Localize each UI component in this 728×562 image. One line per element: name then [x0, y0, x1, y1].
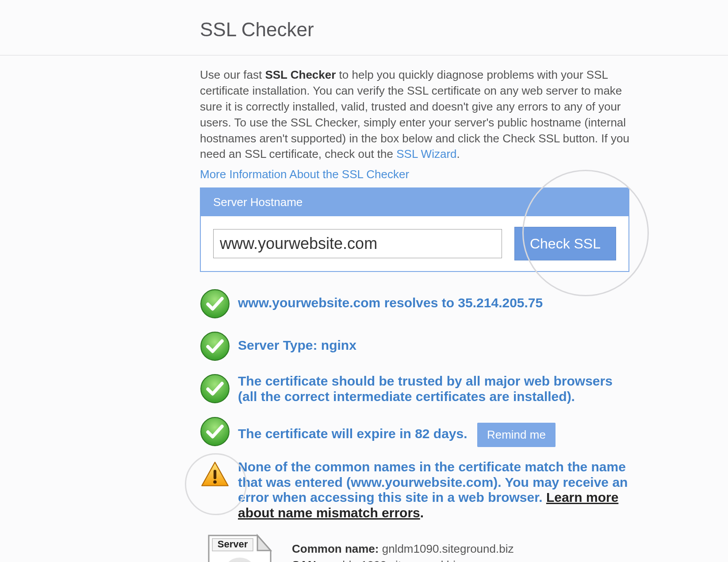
form-header: Server Hostname	[201, 188, 628, 216]
intro-strong: SSL Checker	[265, 68, 336, 81]
result-row-trusted: The certificate should be trusted by all…	[200, 374, 629, 404]
common-name-label: Common name:	[292, 542, 379, 555]
intro-text: Use our fast SSL Checker to help you qui…	[200, 67, 629, 162]
svg-point-1	[201, 332, 229, 360]
sans-value: gnldm1090.siteground.biz	[326, 558, 461, 562]
intro-suffix: .	[457, 147, 460, 161]
intro-body: to help you quickly diagnose problems wi…	[200, 68, 629, 161]
result-row-mismatch: None of the common names in the certific…	[200, 459, 629, 520]
sans-label: SANs:	[292, 558, 326, 562]
result-resolve-text: www.yourwebsite.com resolves to 35.214.2…	[238, 289, 629, 311]
check-ssl-button[interactable]: Check SSL	[514, 227, 616, 260]
warning-icon	[200, 459, 230, 489]
result-row-resolve: www.yourwebsite.com resolves to 35.214.2…	[200, 289, 629, 319]
svg-point-0	[201, 290, 229, 318]
result-trusted-text: The certificate should be trusted by all…	[238, 374, 629, 404]
more-info-link[interactable]: More Information About the SSL Checker	[200, 168, 409, 181]
server-cert-icon: Server	[200, 533, 280, 562]
svg-point-2	[201, 375, 229, 403]
check-icon	[200, 417, 230, 447]
mismatch-suffix: .	[420, 505, 424, 520]
results-list: www.yourwebsite.com resolves to 35.214.2…	[200, 289, 629, 562]
check-icon	[200, 331, 230, 361]
result-mismatch-text: None of the common names in the certific…	[238, 459, 629, 520]
server-cert-label: Server	[218, 539, 248, 550]
remind-me-button[interactable]: Remind me	[477, 423, 556, 447]
hostname-input[interactable]	[213, 229, 502, 258]
result-row-server-type: Server Type: nginx	[200, 331, 629, 361]
intro-prefix: Use our fast	[200, 68, 265, 81]
ssl-wizard-link[interactable]: SSL Wizard	[396, 147, 456, 161]
certificate-detail: Server	[200, 533, 629, 562]
check-icon	[200, 289, 230, 319]
result-expire-text: The certificate will expire in 82 days. …	[238, 417, 629, 447]
certificate-fields: Common name: gnldm1090.siteground.biz SA…	[292, 533, 603, 562]
page-title: SSL Checker	[200, 19, 629, 41]
svg-point-3	[201, 417, 229, 446]
result-expire-label: The certificate will expire in 82 days.	[238, 427, 467, 441]
svg-rect-4	[214, 470, 216, 479]
result-server-type-text: Server Type: nginx	[238, 331, 629, 353]
common-name-value: gnldm1090.siteground.biz	[379, 542, 513, 555]
hostname-form: Server Hostname Check SSL	[200, 187, 629, 272]
check-icon	[200, 374, 230, 404]
svg-point-5	[213, 480, 217, 484]
result-row-expire: The certificate will expire in 82 days. …	[200, 417, 629, 447]
